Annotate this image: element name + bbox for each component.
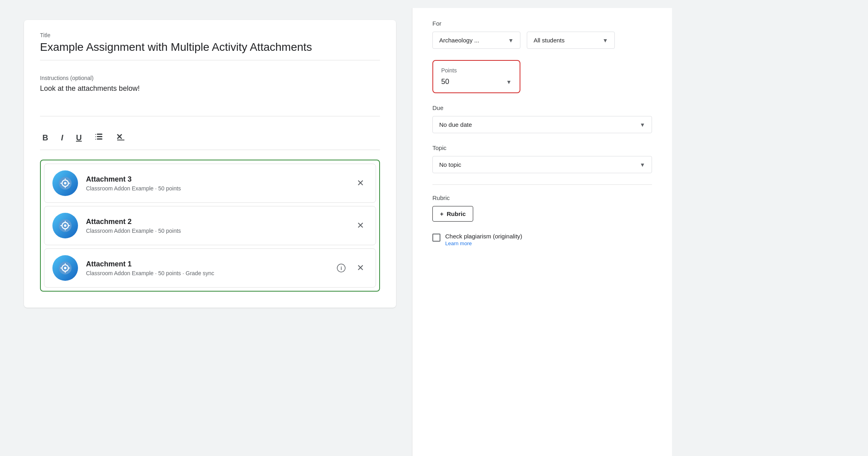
svg-rect-1 <box>97 134 102 135</box>
italic-button[interactable]: I <box>58 132 66 144</box>
points-box: Points 50 ▼ <box>432 60 520 93</box>
svg-rect-2 <box>95 136 96 137</box>
attachment-2-meta: Classroom Addon Example · 50 points <box>86 228 345 234</box>
points-value: 50 <box>441 78 449 86</box>
attachment-3-name: Attachment 3 <box>86 175 345 184</box>
plagiarism-checkbox[interactable] <box>432 234 440 242</box>
attachment-1-actions: i ✕ <box>334 261 368 275</box>
svg-rect-4 <box>95 139 96 140</box>
points-label: Points <box>441 67 512 74</box>
svg-rect-0 <box>95 134 96 135</box>
attachment-3-meta: Classroom Addon Example · 50 points <box>86 185 345 192</box>
attachment-3-actions: ✕ <box>353 176 368 190</box>
due-dropdown-arrow: ▼ <box>640 122 645 128</box>
due-section: Due No due date ▼ <box>432 104 652 133</box>
points-dropdown[interactable]: 50 ▼ <box>441 78 512 86</box>
clear-format-button[interactable]: ✕ <box>114 131 128 145</box>
students-dropdown[interactable]: All students ▼ <box>527 32 615 49</box>
topic-dropdown-value: No topic <box>439 161 461 168</box>
attachment-1-name: Attachment 1 <box>86 260 326 268</box>
students-dropdown-arrow: ▼ <box>602 37 608 44</box>
class-dropdown-value: Archaeology ... <box>439 37 479 44</box>
title-section: Title Example Assignment with Multiple A… <box>40 32 380 60</box>
class-dropdown[interactable]: Archaeology ... ▼ <box>432 32 520 49</box>
formatting-toolbar: B I U ✕ <box>40 126 380 150</box>
due-dropdown-value: No due date <box>439 121 472 128</box>
topic-dropdown-arrow: ▼ <box>640 162 645 168</box>
for-section: For Archaeology ... ▼ All students ▼ <box>432 20 652 49</box>
attachment-card: Attachment 1 Classroom Addon Example · 5… <box>44 248 376 288</box>
attachment-card: Attachment 3 Classroom Addon Example · 5… <box>44 164 376 203</box>
attachment-card: Attachment 2 Classroom Addon Example · 5… <box>44 206 376 245</box>
list-button[interactable] <box>92 132 106 144</box>
attachment-1-icon <box>52 255 78 281</box>
rubric-section: Rubric + Rubric <box>432 194 652 222</box>
main-card: Title Example Assignment with Multiple A… <box>24 20 396 308</box>
underline-button[interactable]: U <box>74 132 84 144</box>
attachment-2-info: Attachment 2 Classroom Addon Example · 5… <box>86 218 345 234</box>
instructions-section[interactable]: Instructions (optional) Look at the atta… <box>40 68 380 116</box>
topic-section: Topic No topic ▼ <box>432 144 652 173</box>
attachment-2-actions: ✕ <box>353 218 368 233</box>
divider <box>432 184 652 185</box>
svg-rect-3 <box>97 136 102 137</box>
attachment-1-info: Attachment 1 Classroom Addon Example · 5… <box>86 260 326 276</box>
title-value: Example Assignment with Multiple Activit… <box>40 41 380 54</box>
rubric-plus-icon: + <box>440 210 444 217</box>
bold-button[interactable]: B <box>40 132 50 144</box>
attachment-2-name: Attachment 2 <box>86 218 345 226</box>
plagiarism-info: Check plagiarism (originality) Learn mor… <box>445 233 522 246</box>
rubric-label: Rubric <box>432 194 652 201</box>
points-section: Points 50 ▼ <box>432 60 652 93</box>
svg-rect-5 <box>97 138 102 140</box>
instructions-text: Look at the attachments below! <box>40 84 380 93</box>
due-label: Due <box>432 104 652 111</box>
attachment-3-info: Attachment 3 Classroom Addon Example · 5… <box>86 175 345 192</box>
attachment-1-remove-button[interactable]: ✕ <box>353 261 368 275</box>
rubric-button-label: Rubric <box>447 210 466 217</box>
students-dropdown-value: All students <box>534 37 565 44</box>
svg-point-10 <box>64 182 66 184</box>
class-dropdown-arrow: ▼ <box>508 37 514 44</box>
page-container: Title Example Assignment with Multiple A… <box>8 8 860 456</box>
plagiarism-label: Check plagiarism (originality) <box>445 233 522 240</box>
plagiarism-row: Check plagiarism (originality) Learn mor… <box>432 233 652 246</box>
attachment-1-info-button[interactable]: i <box>334 261 348 275</box>
svg-point-13 <box>64 224 66 227</box>
instructions-label: Instructions (optional) <box>40 75 380 81</box>
svg-point-16 <box>64 267 66 269</box>
attachment-3-icon <box>52 170 78 196</box>
attachment-3-remove-button[interactable]: ✕ <box>353 176 368 190</box>
due-dropdown[interactable]: No due date ▼ <box>432 116 652 133</box>
right-panel: For Archaeology ... ▼ All students ▼ Poi… <box>412 8 672 456</box>
topic-label: Topic <box>432 144 652 151</box>
for-label: For <box>432 20 652 27</box>
attachment-2-icon <box>52 213 78 238</box>
svg-text:i: i <box>341 266 342 271</box>
add-rubric-button[interactable]: + Rubric <box>432 206 473 222</box>
left-panel: Title Example Assignment with Multiple A… <box>8 8 412 456</box>
for-dropdown-row: Archaeology ... ▼ All students ▼ <box>432 32 652 49</box>
topic-dropdown[interactable]: No topic ▼ <box>432 156 652 173</box>
attachments-container: Attachment 3 Classroom Addon Example · 5… <box>40 160 380 292</box>
attachment-2-remove-button[interactable]: ✕ <box>353 218 368 233</box>
points-dropdown-arrow: ▼ <box>506 79 512 85</box>
title-label: Title <box>40 32 380 38</box>
learn-more-link[interactable]: Learn more <box>445 240 522 246</box>
attachment-1-meta: Classroom Addon Example · 50 points · Gr… <box>86 270 326 276</box>
